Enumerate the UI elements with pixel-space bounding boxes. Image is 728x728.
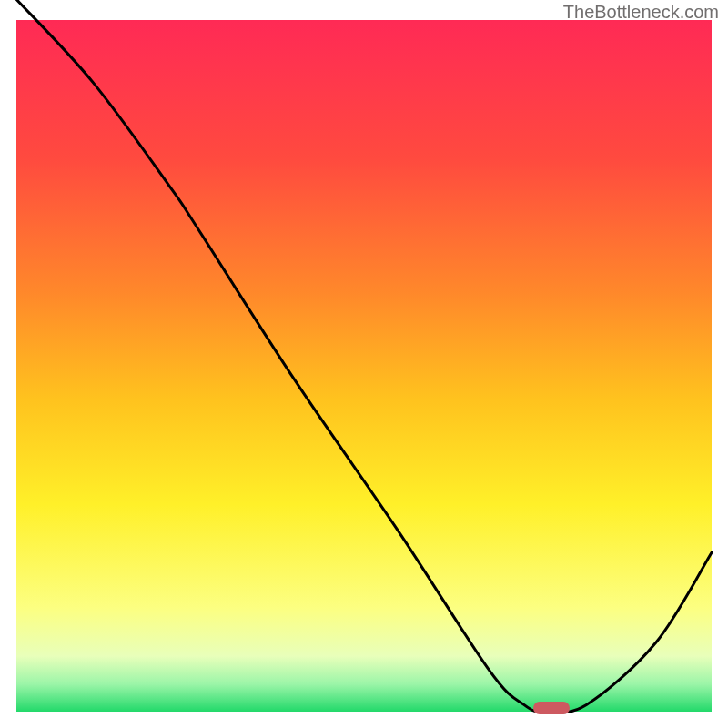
chart-plot-area (16, 20, 712, 712)
chart-line-curve (16, 20, 712, 712)
optimal-point-marker (533, 702, 570, 714)
watermark-text: TheBottleneck.com (563, 2, 719, 23)
